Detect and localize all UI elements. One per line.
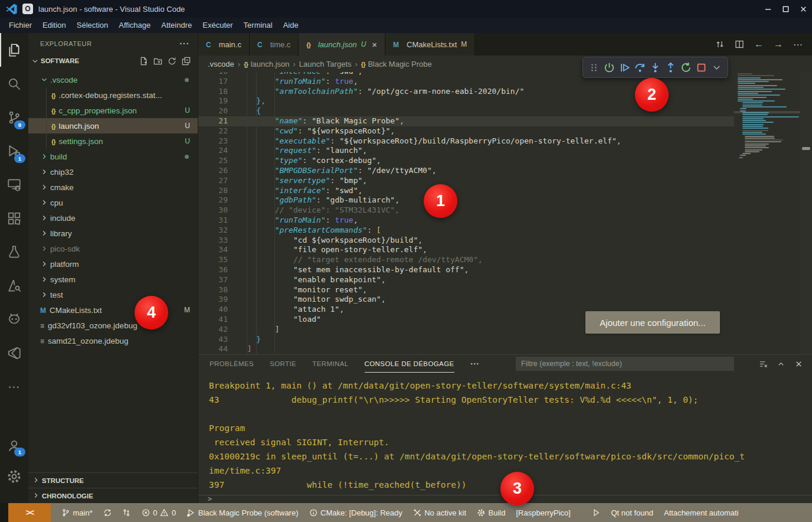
status-item-build[interactable]: Build <box>477 508 505 517</box>
stop-icon[interactable] <box>696 62 707 73</box>
code-line-44[interactable]: 44 ] <box>198 344 800 354</box>
activity-extensions-icon[interactable] <box>0 201 28 235</box>
code-line-26[interactable]: 26 "BMPGDBSerialPort": "/dev/ttyACM0", <box>198 166 800 176</box>
continue-icon[interactable] <box>619 62 630 73</box>
tree-item-include[interactable]: include <box>28 210 198 226</box>
maximize-button[interactable] <box>777 0 794 18</box>
panel-tabs-more-icon[interactable]: ⋯ <box>470 355 479 373</box>
breadcrumb-item[interactable]: .vscode <box>208 60 234 68</box>
step-out-icon[interactable] <box>665 62 676 73</box>
close-icon[interactable] <box>794 360 803 368</box>
panel-tab-console-de-débogage[interactable]: CONSOLE DE DÉBOGAGE <box>365 355 454 373</box>
panel-tab-terminal[interactable]: TERMINAL <box>312 355 348 373</box>
tree-item-chip32[interactable]: chip32 <box>28 164 198 180</box>
tree-item-gd32vf103_ozone.jdebug[interactable]: ≡gd32vf103_ozone.jdebug <box>28 318 198 333</box>
arrow-left-icon[interactable]: ← <box>754 39 764 50</box>
code-line-18[interactable]: 18 "armToolchainPath": "/opt/gcc-arm-non… <box>198 87 800 97</box>
tree-item-build[interactable]: build <box>28 149 198 164</box>
code-editor[interactable]: 16 "interface": "swd",17 "runToMain": tr… <box>198 72 812 354</box>
debug-filter-input[interactable] <box>516 357 734 371</box>
code-line-33[interactable]: 33 "cd ${workspaceRoot}/build", <box>198 236 800 246</box>
activity-source-control-icon[interactable]: 9 <box>0 100 28 134</box>
menu-affichage[interactable]: Affichage <box>113 18 156 33</box>
menu-terminal[interactable]: Terminal <box>238 18 278 33</box>
editor-scrollbar[interactable] <box>800 72 812 354</box>
code-line-30[interactable]: 30 // "device": "STM32L431VC", <box>198 205 800 216</box>
tree-item-.vscode[interactable]: .vscode <box>28 72 198 87</box>
code-line-24[interactable]: 24 "request": "launch", <box>198 146 800 156</box>
activity-search-icon[interactable] <box>0 67 28 100</box>
code-line-36[interactable]: 36 "set mem inaccessible-by-default off"… <box>198 265 800 275</box>
menu-edition[interactable]: Edition <box>37 18 71 33</box>
activity-cmake-tools-icon[interactable] <box>0 269 28 302</box>
activity-files-icon[interactable] <box>0 33 28 67</box>
activity-robot-icon[interactable] <box>0 302 28 336</box>
code-line-22[interactable]: 22 "cwd": "${workspaceRoot}", <box>198 126 800 136</box>
tree-item-cpu[interactable]: cpu <box>28 195 198 210</box>
minimize-button[interactable] <box>759 0 777 18</box>
breadcrumb-item[interactable]: {}Black Magic Probe <box>361 60 432 68</box>
status-item[interactable] <box>122 508 131 517</box>
code-line-43[interactable]: 43 } <box>198 335 800 345</box>
code-line-25[interactable]: 25 "type": "cortex-debug", <box>198 156 800 166</box>
status-item-raspberrypico[interactable]: [RaspberryPico] <box>516 508 570 517</box>
breadcrumb-item[interactable]: {}launch.json <box>244 60 289 68</box>
code-line-23[interactable]: 23 "executable": "${workspaceRoot}/build… <box>198 136 800 146</box>
tree-item-c_cpp_properties.json[interactable]: {}c_cpp_properties.jsonU <box>28 103 198 118</box>
section-structure[interactable]: STRUCTURE <box>28 472 198 488</box>
code-line-29[interactable]: 29 "gdbPath": "gdb-multiarch", <box>198 195 800 205</box>
explorer-more-icon[interactable]: ··· <box>179 38 189 48</box>
code-line-28[interactable]: 28 "interface": "swd", <box>198 186 800 196</box>
activity-settings-gear-icon[interactable] <box>0 461 28 492</box>
tree-item-.cortex-debug.registers.stat...[interactable]: {}.cortex-debug.registers.stat... <box>28 87 198 103</box>
code-line-17[interactable]: 17 "runToMain": true, <box>198 77 800 87</box>
editor-tab-time.c[interactable]: Ctime.c <box>250 33 299 56</box>
menu-aide[interactable]: Aide <box>278 18 304 33</box>
code-line-35[interactable]: 35 // "target extended-remote /dev/ttyAC… <box>198 255 800 265</box>
code-line-34[interactable]: 34 "file open-story-teller.elf", <box>198 245 800 255</box>
status-item-no-active-kit[interactable]: No active kit <box>413 508 466 517</box>
tree-item-launch.json[interactable]: {}launch.jsonU <box>28 118 198 133</box>
code-line-31[interactable]: 31 "runToMain": true, <box>198 216 800 226</box>
status-item-attachement-automati[interactable]: Attachement automati <box>664 508 738 517</box>
activity-account-icon[interactable]: 1 <box>0 430 28 461</box>
restart-icon[interactable] <box>680 62 692 73</box>
panel-tab-sortie[interactable]: SORTIE <box>270 355 296 373</box>
status-item[interactable] <box>592 508 601 517</box>
chevron-down-icon[interactable] <box>711 62 722 73</box>
minimap[interactable] <box>734 72 800 354</box>
remote-indicator[interactable]: >< <box>8 503 51 522</box>
code-line-21[interactable]: 21 "name": "Black Magic Probe", <box>198 116 800 126</box>
code-line-32[interactable]: 32 "preRestartCommands": [ <box>198 226 800 236</box>
workspace-section-header[interactable]: SOFTWARE <box>28 54 198 68</box>
menu-fichier[interactable]: Fichier <box>4 18 37 33</box>
panel-tab-problèmes[interactable]: PROBLÈMES <box>209 355 254 373</box>
grip-icon[interactable] <box>588 62 600 73</box>
compare-changes-icon[interactable] <box>715 40 725 49</box>
tree-item-library[interactable]: library <box>28 226 198 241</box>
tree-item-pico-sdk[interactable]: pico-sdk <box>28 241 198 256</box>
status-item-main[interactable]: main* <box>61 508 93 517</box>
code-line-27[interactable]: 27 "servertype": "bmp", <box>198 176 800 186</box>
editor-tab-CMakeLists.txt[interactable]: MCMakeLists.txtM <box>385 33 475 56</box>
tree-item-settings.json[interactable]: {}settings.jsonU <box>28 133 198 149</box>
close-button[interactable] <box>794 0 812 18</box>
tree-item-CMakeLists.txt[interactable]: MCMakeLists.txtM <box>28 302 198 318</box>
activity-run-debug-icon[interactable]: 1 <box>0 134 28 168</box>
editor-tab-main.c[interactable]: Cmain.c <box>198 33 250 56</box>
activity-testing-icon[interactable] <box>0 235 28 269</box>
status-item[interactable] <box>103 508 112 517</box>
step-into-icon[interactable] <box>650 62 661 73</box>
breadcrumb-item[interactable]: Launch Targets <box>299 60 352 68</box>
tree-item-test[interactable]: test <box>28 287 198 302</box>
status-item-cmake-debug-ready[interactable]: CMake: [Debug]: Ready <box>309 508 402 517</box>
tree-item-system[interactable]: system <box>28 272 198 287</box>
code-line-38[interactable]: 38 "monitor reset", <box>198 285 800 295</box>
chevron-up-icon[interactable] <box>777 360 785 368</box>
menu-sélection[interactable]: Sélection <box>71 18 113 33</box>
code-line-20[interactable]: 20 { <box>198 106 800 116</box>
editor-tab-launch.json[interactable]: {}launch.jsonU× <box>299 33 385 56</box>
tree-item-samd21_ozone.jdebug[interactable]: ≡samd21_ozone.jdebug <box>28 333 198 348</box>
code-line-37[interactable]: 37 "enable breakpoint", <box>198 275 800 285</box>
split-editor-icon[interactable] <box>735 40 744 49</box>
